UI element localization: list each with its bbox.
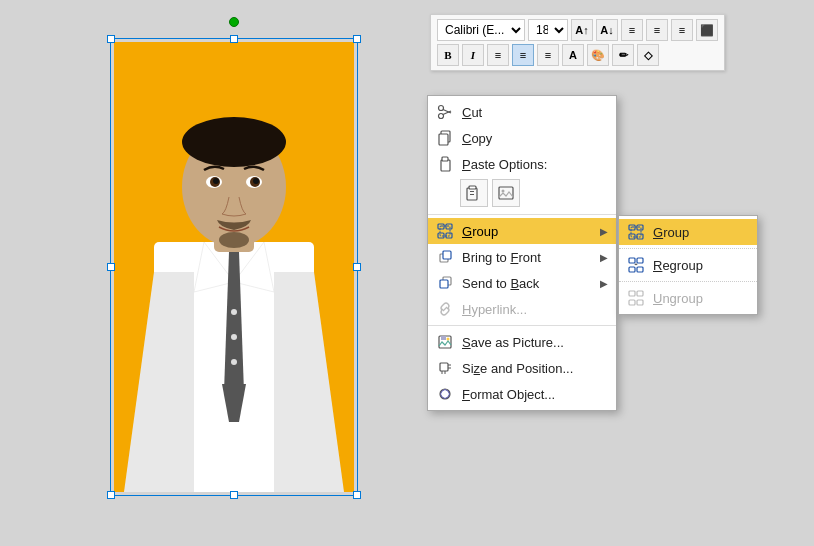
menu-item-group[interactable]: Group ▶ Group [428, 218, 616, 244]
submenu-item-ungroup: Ungroup [619, 285, 757, 311]
paste-keep-source-button[interactable] [460, 179, 488, 207]
menu-item-bring-to-front[interactable]: Bring to Front ▶ [428, 244, 616, 270]
cut-label: Cut [462, 105, 608, 120]
paste-options-icons-row [428, 177, 616, 211]
align-center-button[interactable]: ≡ [646, 19, 668, 41]
svg-rect-43 [631, 227, 641, 237]
svg-rect-47 [637, 267, 643, 272]
menu-item-cut[interactable]: Cut [428, 99, 616, 125]
svg-point-20 [439, 106, 444, 111]
send-to-back-icon [434, 274, 456, 292]
svg-rect-60 [440, 363, 448, 371]
copy-label: Copy [462, 131, 608, 146]
svg-rect-26 [441, 160, 450, 171]
bring-to-front-arrow: ▶ [600, 252, 608, 263]
photo-person [100, 28, 370, 508]
regroup-icon [625, 256, 647, 274]
svg-point-18 [231, 334, 237, 340]
svg-rect-53 [443, 251, 451, 259]
menu-item-send-to-back[interactable]: Send to Back ▶ [428, 270, 616, 296]
separator-2 [428, 325, 616, 326]
group-submenu: Group Regroup [618, 215, 758, 315]
bold-button[interactable]: B [437, 44, 459, 66]
menu-item-format-object[interactable]: Format Object... [428, 381, 616, 407]
fill-color-button[interactable]: 🎨 [587, 44, 609, 66]
svg-rect-30 [470, 191, 474, 192]
shadow-button[interactable]: ◇ [637, 44, 659, 66]
line-color-button[interactable]: ✏ [612, 44, 634, 66]
toolbar-row-2: B I ≡ ≡ ≡ A 🎨 ✏ ◇ [437, 44, 718, 66]
decrease-font-button[interactable]: A↓ [596, 19, 618, 41]
svg-line-56 [443, 307, 447, 311]
svg-rect-27 [442, 157, 448, 161]
copy-icon [434, 129, 456, 147]
bring-to-front-label: Bring to Front [462, 250, 600, 265]
regroup-label: Regroup [653, 258, 749, 273]
svg-rect-49 [637, 291, 643, 296]
svg-rect-46 [629, 267, 635, 272]
send-to-back-label: Send to Back [462, 276, 600, 291]
align-right-button[interactable]: ≡ [671, 19, 693, 41]
menu-item-save-as-picture[interactable]: Save as Picture... [428, 329, 616, 355]
photo-container[interactable] [100, 28, 370, 508]
group-icon [434, 222, 456, 240]
paste-picture-button[interactable] [492, 179, 520, 207]
save-as-picture-label: Save as Picture... [462, 335, 608, 350]
toolbar-row-1: Calibri (E... 18 A↑ A↓ ≡ ≡ ≡ ⬛ [437, 19, 718, 41]
submenu-item-regroup[interactable]: Regroup [619, 252, 757, 278]
svg-rect-44 [629, 258, 635, 263]
svg-point-33 [502, 190, 505, 193]
svg-point-14 [219, 232, 249, 248]
context-menu: Cut Copy Paste Options: [427, 95, 617, 411]
size-position-icon [434, 359, 456, 377]
scissors-icon [434, 103, 456, 121]
align-left-button[interactable]: ≡ [621, 19, 643, 41]
size-position-label: Size and Position... [462, 361, 608, 376]
columns-button[interactable]: ⬛ [696, 19, 718, 41]
svg-rect-45 [637, 258, 643, 263]
align-center2-button[interactable]: ≡ [512, 44, 534, 66]
svg-rect-55 [440, 280, 448, 288]
group-sub-icon [625, 223, 647, 241]
paste-icon [434, 155, 456, 173]
increase-font-button[interactable]: A↑ [571, 19, 593, 41]
svg-rect-48 [629, 291, 635, 296]
svg-point-7 [182, 117, 286, 167]
svg-rect-50 [629, 300, 635, 305]
align-right2-button[interactable]: ≡ [537, 44, 559, 66]
svg-point-65 [440, 389, 450, 399]
font-color-button[interactable]: A [562, 44, 584, 66]
separator-1 [428, 214, 616, 215]
format-object-icon [434, 385, 456, 403]
font-name-select[interactable]: Calibri (E... [437, 19, 525, 41]
group-sub-label: Group [653, 225, 749, 240]
paste-options-label: Paste Options: [462, 157, 608, 172]
submenu-separator-2 [619, 281, 757, 282]
italic-button[interactable]: I [462, 44, 484, 66]
save-as-picture-icon [434, 333, 456, 351]
svg-rect-32 [499, 187, 513, 199]
svg-rect-29 [469, 186, 476, 189]
svg-rect-38 [440, 226, 450, 236]
hyperlink-label: Hyperlink... [462, 302, 608, 317]
svg-marker-16 [274, 272, 344, 492]
svg-point-17 [231, 309, 237, 315]
svg-marker-15 [124, 272, 194, 492]
align-left2-button[interactable]: ≡ [487, 44, 509, 66]
menu-item-hyperlink: Hyperlink... [428, 296, 616, 322]
svg-rect-58 [441, 336, 446, 340]
bring-to-front-icon [434, 248, 456, 266]
submenu-item-group[interactable]: Group [619, 219, 757, 245]
svg-point-12 [213, 178, 219, 184]
submenu-separator-1 [619, 248, 757, 249]
ungroup-icon [625, 289, 647, 307]
svg-rect-25 [439, 134, 448, 145]
svg-rect-31 [470, 194, 474, 195]
font-size-select[interactable]: 18 [528, 19, 568, 41]
menu-item-size-position[interactable]: Size and Position... [428, 355, 616, 381]
menu-item-paste-options[interactable]: Paste Options: [428, 151, 616, 177]
group-label: Group [462, 224, 600, 239]
formatting-toolbar: Calibri (E... 18 A↑ A↓ ≡ ≡ ≡ ⬛ B I ≡ ≡ ≡… [430, 14, 725, 71]
menu-item-copy[interactable]: Copy [428, 125, 616, 151]
svg-point-21 [439, 114, 444, 119]
